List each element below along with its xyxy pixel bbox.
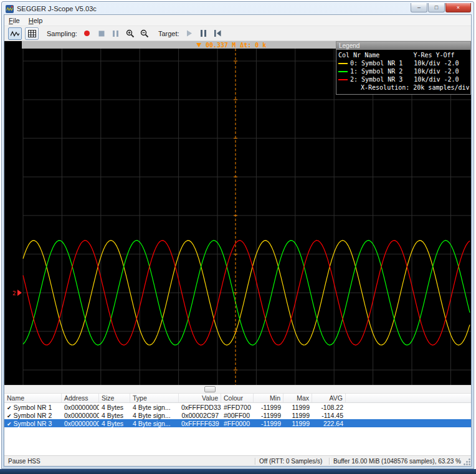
cell-name: ✔Symbol NR 3 [4,420,62,427]
ruler-left-margin [4,41,22,49]
cell-address: 0x00000000 [62,412,99,419]
table-grid-icon [28,30,36,37]
waveform-view-button[interactable] [8,27,22,40]
symbol-visible-checkbox[interactable]: ✔ [7,421,12,427]
target-play-icon [186,30,193,37]
titlebar[interactable]: SEGGER J-Scope V5.03c – □ × [4,2,472,14]
pause-sampling-button[interactable] [110,28,121,39]
toolbar: Sampling: Target: [4,26,471,41]
cell-name: ✔Symbol NR 1 [4,404,62,411]
legend-entry-label: 0: Symbol NR 1 10k/div -2.0 [350,59,459,67]
statusbar: Pause HSS Off (RTT: 0 Samples/s) Buffer … [4,455,471,466]
target-play-button[interactable] [184,28,195,39]
jscope-window: SEGGER J-Scope V5.03c – □ × File Help Sa… [1,1,474,469]
legend-entry-label: 2: Symbol NR 3 10k/div -2.0 [350,75,459,83]
legend-entries: 0: Symbol NR 1 10k/div -2.01: Symbol NR … [338,59,469,83]
symbol-visible-checkbox[interactable]: ✔ [7,413,12,419]
scope-area: 00.337 M Δt: 0 k 2 Legend Col Nr Name Y-… [4,41,471,385]
status-rtt: Off (RTT: 0 Samples/s) [255,458,329,465]
legend-entry: 1: Symbol NR 2 10k/div -2.0 [338,67,469,75]
target-pause-icon [201,30,206,37]
cell-type: 4 Byte sign... [130,412,179,419]
column-header-value[interactable]: Value [179,394,221,402]
cell-colour: #FF0000 [221,420,254,427]
cell-colour: #00FF00 [221,412,254,419]
column-header-size[interactable]: Size [99,394,130,402]
maximize-glyph: □ [435,5,438,11]
scrollbar-thumb[interactable] [204,386,216,392]
screen: SEGGER J-Scope V5.03c – □ × File Help Sa… [0,0,476,474]
symbol-visible-checkbox[interactable]: ✔ [7,405,12,411]
svg-text:2: 2 [12,290,16,296]
minimize-button[interactable]: – [411,3,427,12]
resize-grip[interactable] [463,458,471,466]
cell-min: -11999 [254,404,283,411]
window-title: SEGGER J-Scope V5.03c [17,5,97,12]
menu-help[interactable]: Help [24,16,47,25]
cell-min: -11999 [254,412,283,419]
menu-file[interactable]: File [4,16,24,25]
column-header-address[interactable]: Address [62,394,99,402]
cell-name: ✔Symbol NR 2 [4,412,62,419]
table-row[interactable]: ✔Symbol NR 10x000000004 Bytes4 Byte sign… [4,403,471,411]
zoom-in-button[interactable] [125,28,136,39]
legend-color-swatch [338,63,348,64]
column-header-colour[interactable]: Colour [221,394,254,402]
cursor-marker-icon [196,43,201,47]
cell-max: 11999 [283,420,312,427]
target-pause-button[interactable] [198,28,209,39]
maximize-button[interactable]: □ [428,3,445,12]
legend-entry: 0: Symbol NR 1 10k/div -2.0 [338,59,469,67]
legend-title[interactable]: Legend [336,42,470,50]
cursor-position: 00.337 M [206,42,236,49]
legend-entry: 2: Symbol NR 3 10k/div -2.0 [338,75,469,83]
cell-value: 0xFFFFF639 [179,420,221,427]
horizontal-scrollbar[interactable] [4,385,471,394]
stop-button[interactable] [96,28,107,39]
app-icon [6,5,14,13]
column-header-name[interactable]: Name [4,394,62,402]
column-header-avg[interactable]: AVG [312,394,346,402]
column-header-type[interactable]: Type [130,394,179,402]
legend-entry-label: 1: Symbol NR 2 10k/div -2.0 [350,67,459,75]
cell-max: 11999 [283,404,312,411]
cell-value: 0x00002C97 [179,412,221,419]
waveform-icon [11,30,19,37]
legend-body: Col Nr Name Y-Res Y-Off 0: Symbol NR 1 1… [336,50,470,94]
cell-avg: 222.64 [312,420,346,427]
cell-value: 0xFFFFDD33 [179,404,221,411]
cell-type: 4 Byte sign... [130,420,179,427]
pause-icon [113,31,118,37]
cell-type: 4 Byte sign... [130,404,179,411]
column-header-min[interactable]: Min [254,394,283,402]
zoom-out-icon [140,29,149,38]
cell-size: 4 Bytes [99,420,130,427]
cell-min: -11999 [254,420,283,427]
close-button[interactable]: × [445,3,471,12]
close-glyph: × [457,5,460,11]
stop-icon [98,31,105,37]
symbol-table: NameAddressSizeTypeValueColourMinMaxAVG … [4,394,471,455]
client-area: File Help Sampling: [4,14,472,467]
legend-color-swatch [338,79,348,80]
cell-colour: #FFD700 [221,404,254,411]
table-body: ✔Symbol NR 10x000000004 Bytes4 Byte sign… [4,403,471,427]
menubar: File Help [4,15,471,26]
record-icon [83,30,90,37]
symbol-view-button[interactable] [25,27,39,40]
sampling-label: Sampling: [47,30,77,37]
taskbar-edge [0,469,476,474]
legend-x-resolution: X-Resolution: 20k samples/div [338,83,469,92]
table-row[interactable]: ✔Symbol NR 20x000000004 Bytes4 Byte sign… [4,411,471,419]
column-header-max[interactable]: Max [283,394,312,402]
legend-panel[interactable]: Legend Col Nr Name Y-Res Y-Off 0: Symbol… [336,41,471,95]
cursor-delta: Δt: 0 k [240,42,266,49]
cursor-readout: 00.337 M Δt: 0 k [196,41,266,49]
cell-avg: -108.22 [312,404,346,411]
table-row[interactable]: ✔Symbol NR 30x000000004 Bytes4 Byte sign… [4,419,471,427]
status-mode: Pause HSS [4,458,255,465]
target-restart-button[interactable] [212,28,224,39]
zoom-out-button[interactable] [139,28,150,39]
record-button[interactable] [82,28,93,39]
scope-canvas[interactable]: 2 [4,49,471,385]
